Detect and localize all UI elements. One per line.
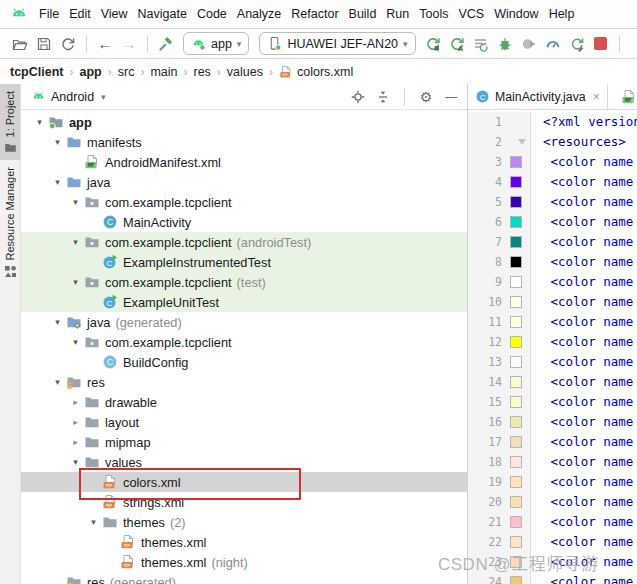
- color-swatch[interactable]: [510, 236, 522, 248]
- code-line[interactable]: 2 <resources>: [468, 132, 637, 152]
- run-tasks-icon[interactable]: [470, 33, 492, 55]
- code-line[interactable]: 17 <color name: [468, 432, 637, 452]
- code-line[interactable]: 12 <color name: [468, 332, 637, 352]
- color-swatch[interactable]: [510, 576, 522, 584]
- color-swatch[interactable]: [510, 296, 522, 308]
- expand-arrow-icon[interactable]: ▾: [49, 137, 66, 147]
- color-swatch[interactable]: [510, 536, 522, 548]
- code-line[interactable]: 24 <color name: [468, 572, 637, 584]
- tree-row-package-generated[interactable]: ▾ com.example.tcpclient: [21, 332, 467, 352]
- code-line[interactable]: 3 <color name: [468, 152, 637, 172]
- tree-row-mipmap[interactable]: ▸ mipmap: [21, 432, 467, 452]
- collapse-arrow-icon[interactable]: ▸: [67, 437, 84, 447]
- code-line[interactable]: 20 <color name: [468, 492, 637, 512]
- menu-code[interactable]: Code: [192, 1, 232, 28]
- expand-arrow-icon[interactable]: ▾: [49, 377, 66, 387]
- color-swatch[interactable]: [510, 196, 522, 208]
- project-view-selector[interactable]: Android: [51, 90, 94, 104]
- profiler-icon[interactable]: [542, 33, 564, 55]
- color-swatch[interactable]: [510, 276, 522, 288]
- color-swatch[interactable]: [510, 176, 522, 188]
- expand-arrow-icon[interactable]: ▾: [67, 237, 84, 247]
- expand-arrow-icon[interactable]: ▾: [49, 177, 66, 187]
- color-swatch[interactable]: [510, 156, 522, 168]
- tree-row-manifests[interactable]: ▾ manifests: [21, 132, 467, 152]
- code-line[interactable]: 6 <color name: [468, 212, 637, 232]
- attach-debugger-icon[interactable]: [518, 33, 540, 55]
- collapse-arrow-icon[interactable]: ▸: [67, 397, 84, 407]
- code-line[interactable]: 22 <color name: [468, 532, 637, 552]
- code-line[interactable]: 18 <color name: [468, 452, 637, 472]
- tree-row-package-main[interactable]: ▾ com.example.tcpclient: [21, 192, 467, 212]
- color-swatch[interactable]: [510, 476, 522, 488]
- menu-analyze[interactable]: Analyze: [232, 1, 286, 28]
- breadcrumb-item-values[interactable]: values: [227, 65, 263, 79]
- fold-marker-icon[interactable]: [518, 139, 526, 145]
- tree-row-buildconfig[interactable]: C BuildConfig: [21, 352, 467, 372]
- code-line[interactable]: 16 <color name: [468, 412, 637, 432]
- tree-row-package-test[interactable]: ▾ com.example.tcpclient (test): [21, 272, 467, 292]
- color-swatch[interactable]: [510, 496, 522, 508]
- color-swatch[interactable]: [510, 316, 522, 328]
- debug-icon[interactable]: [494, 33, 516, 55]
- tree-row-mainactivity[interactable]: C MainActivity: [21, 212, 467, 232]
- code-line[interactable]: 23 <color name: [468, 552, 637, 572]
- menu-window[interactable]: Window: [489, 1, 543, 28]
- code-line[interactable]: 13 <color name: [468, 352, 637, 372]
- settings-gear-icon[interactable]: ⚙: [416, 87, 436, 107]
- save-all-icon[interactable]: [33, 33, 55, 55]
- tree-row-java-generated[interactable]: ▾ java (generated): [21, 312, 467, 332]
- expand-arrow-icon[interactable]: ▾: [67, 277, 84, 287]
- tree-row-res[interactable]: ▾ res: [21, 372, 467, 392]
- breadcrumb-item-src[interactable]: src: [118, 65, 135, 79]
- expand-arrow-icon[interactable]: ▾: [49, 317, 66, 327]
- tree-row-androidmanifest[interactable]: MF AndroidManifest.xml: [21, 152, 467, 172]
- color-swatch[interactable]: [510, 356, 522, 368]
- breadcrumb-item-res[interactable]: res: [193, 65, 210, 79]
- tree-row-app[interactable]: ▾ app: [21, 112, 467, 132]
- expand-arrow-icon[interactable]: ▾: [67, 457, 84, 467]
- color-swatch[interactable]: [510, 436, 522, 448]
- menu-navigate[interactable]: Navigate: [133, 1, 192, 28]
- code-line[interactable]: 19 <color name: [468, 472, 637, 492]
- tree-row-exampleinstrumentedtest[interactable]: C ExampleInstrumentedTest: [21, 252, 467, 272]
- apply-changes-restart-icon[interactable]: [422, 33, 444, 55]
- tree-row-themes-xml-night[interactable]: <> themes.xml (night): [21, 552, 467, 572]
- breadcrumb-item-main[interactable]: main: [150, 65, 177, 79]
- code-line[interactable]: 7 <color name: [468, 232, 637, 252]
- run-configuration-select[interactable]: app ▾: [183, 32, 249, 55]
- menu-vcs[interactable]: VCS: [453, 1, 489, 28]
- menu-view[interactable]: View: [96, 1, 133, 28]
- menu-run[interactable]: Run: [381, 1, 414, 28]
- expand-arrow-icon[interactable]: ▾: [67, 197, 84, 207]
- tab-mainactivity[interactable]: C MainActivity.java ×: [468, 84, 608, 109]
- open-file-icon[interactable]: [9, 33, 31, 55]
- code-line[interactable]: 21 <color name: [468, 512, 637, 532]
- code-line[interactable]: 9 <color name: [468, 272, 637, 292]
- code-line[interactable]: 1 <?xml version=": [468, 112, 637, 132]
- tree-row-layout[interactable]: ▸ layout: [21, 412, 467, 432]
- color-swatch[interactable]: [510, 336, 522, 348]
- tree-row-themes-xml[interactable]: <> themes.xml: [21, 532, 467, 552]
- expand-arrow-icon[interactable]: ▾: [31, 117, 48, 127]
- back-icon[interactable]: ←: [94, 33, 116, 55]
- menu-build[interactable]: Build: [344, 1, 382, 28]
- color-swatch[interactable]: [510, 556, 522, 568]
- color-swatch[interactable]: [510, 456, 522, 468]
- code-line[interactable]: 5 <color name: [468, 192, 637, 212]
- color-swatch[interactable]: [510, 516, 522, 528]
- apply-code-changes-icon[interactable]: A: [446, 33, 468, 55]
- color-swatch[interactable]: [510, 216, 522, 228]
- tree-row-colors-xml[interactable]: <> colors.xml: [21, 472, 467, 492]
- expand-arrow-icon[interactable]: ▾: [67, 337, 84, 347]
- hide-panel-icon[interactable]: —: [441, 87, 461, 107]
- tool-stripe-project-tab[interactable]: 1: Project: [0, 84, 20, 160]
- color-swatch[interactable]: [510, 396, 522, 408]
- color-swatch[interactable]: [510, 256, 522, 268]
- menu-refactor[interactable]: Refactor: [286, 1, 343, 28]
- tree-row-package-androidtest[interactable]: ▾ com.example.tcpclient (androidTest): [21, 232, 467, 252]
- code-line[interactable]: 15 <color name: [468, 392, 637, 412]
- collapse-all-icon[interactable]: [373, 87, 393, 107]
- tree-row-exampleunittest[interactable]: C ExampleUnitTest: [21, 292, 467, 312]
- tree-row-values[interactable]: ▾ values: [21, 452, 467, 472]
